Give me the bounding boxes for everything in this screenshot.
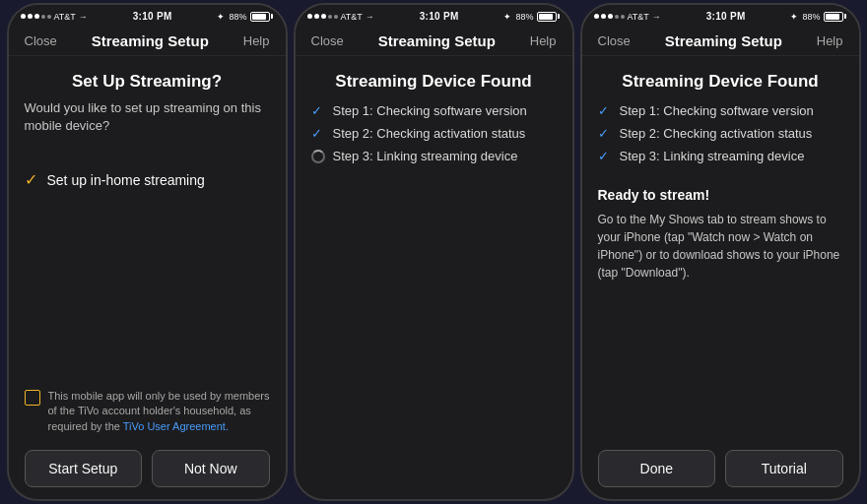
steps-list-2: ✓ Step 1: Checking software version ✓ St…: [311, 103, 557, 171]
dot2: [601, 14, 606, 19]
nav-bar-2: Close Streaming Setup Help: [296, 27, 572, 56]
start-setup-button[interactable]: Start Setup: [25, 450, 143, 487]
close-button-1[interactable]: Close: [25, 33, 57, 48]
tutorial-button[interactable]: Tutorial: [725, 450, 843, 487]
close-button-3[interactable]: Close: [598, 33, 631, 48]
page-title-1: Set Up Streaming?: [25, 72, 270, 92]
status-right-1: ✦ 88%: [217, 12, 273, 22]
dot1: [21, 14, 26, 19]
footer-1: Start Setup Not Now: [9, 442, 286, 499]
help-button-3[interactable]: Help: [817, 33, 843, 48]
nav-title-3: Streaming Setup: [665, 32, 782, 49]
step-label-3: Step 3: Linking streaming device: [333, 149, 518, 163]
carrier-2: AT&T: [341, 12, 363, 22]
dot4: [615, 15, 619, 19]
close-button-2[interactable]: Close: [311, 33, 344, 48]
tivo-link-1[interactable]: TiVo User Agreement.: [123, 420, 229, 432]
dot5: [621, 15, 625, 19]
wifi-icon-1: →: [79, 12, 88, 22]
status-bar-1: AT&T → 3:10 PM ✦ 88%: [9, 5, 286, 27]
step-check-3-1: ✓: [598, 103, 612, 118]
step-item-3-1: ✓ Step 1: Checking software version: [598, 103, 843, 118]
step-check-3-3: ✓: [598, 149, 612, 163]
carrier-3: AT&T: [628, 12, 649, 22]
spacer-1: [25, 209, 270, 372]
dot1: [307, 14, 312, 19]
carrier-1: AT&T: [54, 12, 76, 22]
step-item-2: ✓ Step 2: Checking activation status: [311, 126, 557, 141]
status-left-3: AT&T →: [594, 12, 661, 22]
nav-bar-1: Close Streaming Setup Help: [9, 27, 286, 56]
wifi-icon-2: →: [366, 12, 374, 22]
step-spinner-3: [311, 150, 325, 163]
battery-fill-1: [252, 14, 265, 20]
status-left-2: AT&T →: [307, 12, 374, 22]
battery-pct-3: 88%: [802, 12, 820, 22]
status-bar-2: AT&T → 3:10 PM ✦ 88%: [296, 5, 572, 27]
dot1: [594, 14, 599, 19]
ready-section: Ready to stream! Go to the My Shows tab …: [598, 187, 843, 282]
status-left-1: AT&T →: [21, 12, 88, 22]
battery-tip-1: [271, 14, 273, 19]
battery-body-2: [537, 12, 557, 22]
content-3: Streaming Device Found ✓ Step 1: Checkin…: [582, 56, 859, 442]
footer-3: Done Tutorial: [582, 442, 859, 499]
status-right-2: ✦ 88%: [503, 12, 560, 22]
signal-dots-1: [21, 14, 51, 19]
checkbox-row-1: This mobile app will only be used by mem…: [25, 389, 270, 434]
checkbox-label-1: This mobile app will only be used by mem…: [48, 389, 270, 434]
dot4: [41, 15, 45, 19]
step-item-1: ✓ Step 1: Checking software version: [311, 103, 557, 118]
help-button-1[interactable]: Help: [243, 33, 270, 48]
signal-dots-2: [307, 14, 338, 19]
battery-fill-3: [826, 14, 838, 20]
battery-1: [250, 12, 273, 22]
time-1: 3:10 PM: [133, 11, 172, 22]
signal-dots-3: [594, 14, 625, 19]
battery-body-3: [824, 12, 843, 22]
dot3: [321, 14, 326, 19]
checkbox-1[interactable]: [25, 390, 40, 406]
phone-3: AT&T → 3:10 PM ✦ 88% Close Streaming Set…: [580, 3, 861, 501]
phone-1: AT&T → 3:10 PM ✦ 88% Close Streaming Set…: [7, 3, 288, 501]
dot5: [334, 15, 338, 19]
content-1: Set Up Streaming? Would you like to set …: [9, 56, 286, 442]
time-2: 3:10 PM: [420, 11, 459, 22]
step-label-3-1: Step 1: Checking software version: [620, 103, 814, 118]
battery-3: [824, 12, 846, 22]
step-check-2: ✓: [311, 126, 325, 141]
not-now-button[interactable]: Not Now: [152, 450, 270, 487]
dot2: [28, 14, 33, 19]
help-button-2[interactable]: Help: [530, 33, 557, 48]
step-label-3-3: Step 3: Linking streaming device: [620, 149, 805, 163]
battery-body-1: [250, 12, 270, 22]
step-check-1: ✓: [311, 103, 325, 118]
step-item-3-2: ✓ Step 2: Checking activation status: [598, 126, 843, 141]
page-title-3: Streaming Device Found: [598, 72, 843, 92]
status-bar-3: AT&T → 3:10 PM ✦ 88%: [582, 5, 859, 27]
dot2: [314, 14, 319, 19]
done-button[interactable]: Done: [598, 450, 716, 487]
nav-title-1: Streaming Setup: [92, 32, 209, 49]
option-label-1: Set up in-home streaming: [47, 172, 205, 188]
battery-fill-2: [539, 14, 552, 20]
step-label-1: Step 1: Checking software version: [333, 103, 527, 118]
battery-tip-2: [558, 14, 560, 19]
battery-pct-2: 88%: [515, 12, 533, 22]
step-item-3: Step 3: Linking streaming device: [311, 149, 557, 163]
page-title-2: Streaming Device Found: [311, 72, 557, 92]
content-2: Streaming Device Found ✓ Step 1: Checkin…: [296, 56, 572, 499]
nav-title-2: Streaming Setup: [378, 32, 496, 49]
wifi-icon-3: →: [652, 12, 661, 22]
step-check-3-2: ✓: [598, 126, 612, 141]
battery-tip-3: [844, 14, 846, 19]
setup-option-1[interactable]: ✓ Set up in-home streaming: [25, 162, 270, 197]
phones-container: AT&T → 3:10 PM ✦ 88% Close Streaming Set…: [0, 0, 867, 504]
step-label-2: Step 2: Checking activation status: [333, 126, 526, 141]
ready-desc: Go to the My Shows tab to stream shows t…: [598, 211, 843, 282]
ready-title: Ready to stream!: [598, 187, 843, 203]
dot4: [328, 15, 332, 19]
step-label-3-2: Step 2: Checking activation status: [620, 126, 813, 141]
bluetooth-icon-3: ✦: [790, 12, 798, 22]
bluetooth-icon-1: ✦: [217, 12, 225, 22]
